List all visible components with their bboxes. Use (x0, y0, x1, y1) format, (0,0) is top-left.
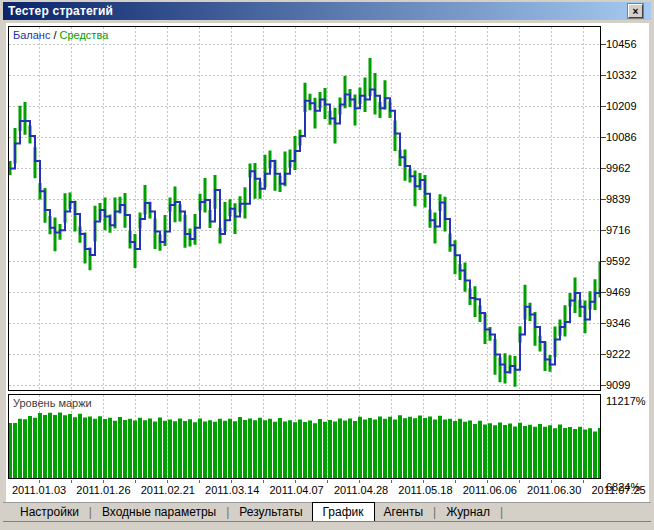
x-axis-tick (487, 480, 488, 483)
y-axis-label: 9346 (606, 317, 630, 329)
margin-level-chart-panel: Уровень маржи (8, 394, 601, 479)
x-axis-tick (519, 480, 520, 483)
x-axis-tick (327, 480, 328, 483)
x-axis-label: 2011.02.21 (141, 484, 195, 496)
tab-separator: | (499, 505, 504, 519)
x-axis-tick (263, 480, 264, 483)
y-axis-label: 10332 (606, 69, 637, 81)
x-axis-tick (423, 480, 424, 483)
tab-strip: Настройки|Входные параметры|РезультатыГр… (11, 503, 504, 521)
tab-0[interactable]: Настройки (11, 505, 88, 519)
titlebar[interactable]: Тестер стратегий × (3, 2, 651, 20)
bottom-edge (0, 523, 654, 530)
x-axis-tick (135, 480, 136, 483)
tab-1[interactable]: Входные параметры (93, 505, 225, 519)
margin-chart-label: Уровень маржи (13, 397, 92, 409)
x-axis-label: 2011.01.03 (12, 484, 66, 496)
x-axis-label: 2011.04.28 (334, 484, 388, 496)
y-axis-label: 9469 (606, 286, 630, 298)
legend-balance-label: Баланс (13, 29, 50, 41)
x-axis-tick (71, 480, 72, 483)
x-axis-tick (39, 480, 40, 483)
close-button[interactable]: × (628, 4, 643, 18)
x-axis-tick (359, 480, 360, 483)
tester-chart-area: Баланс/Средства Уровень маржи 1045610332… (6, 23, 649, 502)
window-title: Тестер стратегий (3, 4, 113, 18)
margin-max-label: 11217% (606, 395, 646, 407)
y-axis-label: 9716 (606, 224, 630, 236)
y-axis-label: 10456 (606, 38, 637, 50)
balance-equity-chart-panel: Баланс/Средства (8, 26, 601, 391)
legend-equity-label: Средства (60, 29, 109, 41)
legend-separator: / (50, 29, 59, 41)
chart-legend: Баланс/Средства (13, 29, 108, 41)
x-axis-tick (103, 480, 104, 483)
x-axis-label: 2011.04.07 (269, 484, 323, 496)
x-axis-label: 2011.06.30 (527, 484, 581, 496)
y-axis-label: 9099 (606, 379, 630, 391)
tab-4[interactable]: Агенты (375, 505, 433, 519)
x-axis-tick (167, 480, 168, 483)
y-axis-label: 9962 (606, 162, 630, 174)
strategy-tester-window: Тестер стратегий × Баланс/Средства Урове… (0, 0, 654, 530)
y-axis-label: 9222 (606, 348, 630, 360)
tab-grafik[interactable]: График (312, 502, 375, 521)
margin-level-plot (9, 395, 600, 478)
x-axis-tick (455, 480, 456, 483)
x-axis-tick (231, 480, 232, 483)
x-axis-label: 2011.06.06 (463, 484, 517, 496)
y-axis-label: 9592 (606, 255, 630, 267)
tab-2[interactable]: Результаты (230, 505, 311, 519)
x-axis-tick (391, 480, 392, 483)
tab-5[interactable]: Журнал (437, 505, 499, 519)
x-axis-tick (295, 480, 296, 483)
balance-equity-plot (9, 27, 600, 390)
x-axis-label: 2011.03.14 (205, 484, 259, 496)
x-axis-label: 2011.07.25 (591, 484, 645, 496)
close-icon: × (633, 6, 639, 17)
x-axis-tick (583, 480, 584, 483)
y-axis-label: 9839 (606, 193, 630, 205)
tab-bar: Настройки|Входные параметры|РезультатыГр… (3, 502, 651, 522)
y-axis-label: 10209 (606, 100, 637, 112)
y-axis-label: 10086 (606, 131, 637, 143)
x-axis-label: 2011.01.26 (76, 484, 130, 496)
x-axis-label: 2011.05.18 (398, 484, 452, 496)
x-axis-tick (199, 480, 200, 483)
x-axis-tick (551, 480, 552, 483)
